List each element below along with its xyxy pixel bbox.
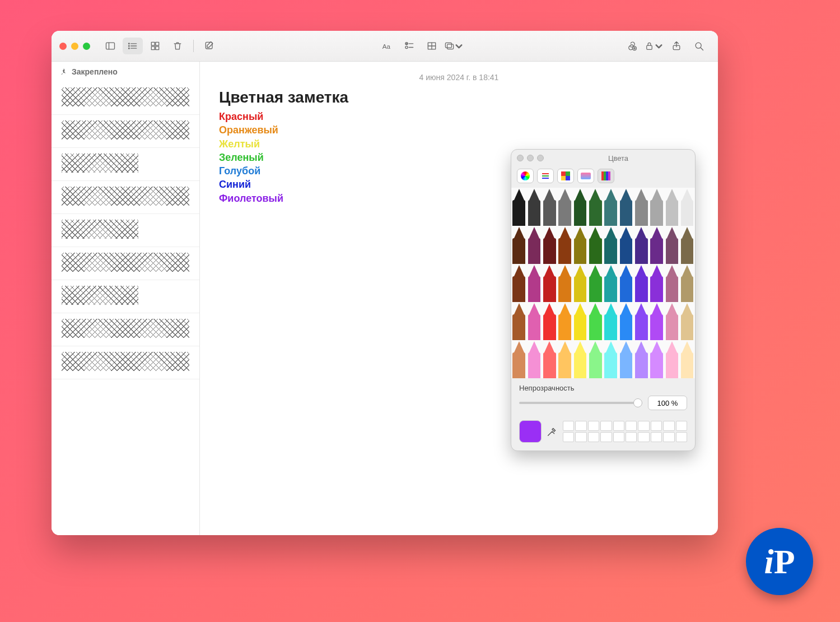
swatch-cell[interactable] xyxy=(638,432,649,442)
picker-tab-pencils[interactable] xyxy=(598,169,614,183)
pencil-color[interactable] xyxy=(542,188,557,226)
link-button[interactable] xyxy=(622,38,642,54)
pencil-color[interactable] xyxy=(664,340,679,378)
media-button[interactable] xyxy=(444,38,464,54)
pencil-color[interactable] xyxy=(588,188,603,226)
checklist-button[interactable] xyxy=(399,38,419,54)
pencil-color[interactable] xyxy=(557,188,572,226)
pencil-color[interactable] xyxy=(572,264,587,302)
picker-minimize-button[interactable] xyxy=(527,155,534,161)
swatch-cell[interactable] xyxy=(563,432,574,442)
swatch-cell[interactable] xyxy=(588,432,599,442)
swatch-cell[interactable] xyxy=(626,432,637,442)
pencil-color[interactable] xyxy=(603,340,618,378)
format-button[interactable]: Aa xyxy=(377,38,397,54)
pencil-color[interactable] xyxy=(664,264,679,302)
picker-zoom-button[interactable] xyxy=(537,155,544,161)
search-button[interactable] xyxy=(689,38,709,54)
sidebar-toggle-button[interactable] xyxy=(100,38,120,54)
pencil-color[interactable] xyxy=(649,226,664,264)
pencil-color[interactable] xyxy=(511,188,526,226)
pencil-color[interactable] xyxy=(511,302,526,340)
pencil-color[interactable] xyxy=(618,264,633,302)
pencil-color[interactable] xyxy=(649,188,664,226)
share-button[interactable] xyxy=(666,38,687,54)
pencil-color[interactable] xyxy=(511,226,526,264)
note-line[interactable]: Оранжевый xyxy=(219,123,699,137)
pencil-color[interactable] xyxy=(603,264,618,302)
minimize-window-button[interactable] xyxy=(71,43,78,50)
pencil-color[interactable] xyxy=(634,264,649,302)
pencil-color[interactable] xyxy=(557,302,572,340)
swatch-cell[interactable] xyxy=(638,421,649,431)
pencil-color[interactable] xyxy=(542,226,557,264)
note-line[interactable]: Красный xyxy=(219,110,699,123)
picker-close-button[interactable] xyxy=(517,155,524,161)
pencil-color[interactable] xyxy=(588,264,603,302)
pencil-color[interactable] xyxy=(572,226,587,264)
pencil-color[interactable] xyxy=(649,264,664,302)
pencil-color[interactable] xyxy=(542,302,557,340)
pencil-color[interactable] xyxy=(526,188,542,226)
pencil-color[interactable] xyxy=(680,226,695,264)
table-button[interactable] xyxy=(422,38,442,54)
pencil-color[interactable] xyxy=(511,340,526,378)
pencil-color[interactable] xyxy=(572,188,587,226)
pencil-color[interactable] xyxy=(618,340,633,378)
pencil-color[interactable] xyxy=(588,340,603,378)
pencil-color[interactable] xyxy=(542,264,557,302)
pencil-color[interactable] xyxy=(557,264,572,302)
swatch-cell[interactable] xyxy=(613,432,624,442)
pencil-color[interactable] xyxy=(526,340,542,378)
swatch-cell[interactable] xyxy=(676,432,687,442)
list-item[interactable] xyxy=(52,214,199,247)
swatch-cell[interactable] xyxy=(563,421,574,431)
gallery-view-button[interactable] xyxy=(145,38,165,54)
pencil-color[interactable] xyxy=(618,188,633,226)
delete-button[interactable] xyxy=(167,38,188,54)
swatch-cell[interactable] xyxy=(575,421,586,431)
note-editor[interactable]: 4 июня 2024 г. в 18:41 Цветная заметка К… xyxy=(200,62,718,535)
close-window-button[interactable] xyxy=(59,43,67,50)
zoom-window-button[interactable] xyxy=(83,43,90,50)
eyedropper-icon[interactable] xyxy=(546,425,558,438)
list-item[interactable] xyxy=(52,148,199,181)
pencil-color[interactable] xyxy=(680,340,695,378)
swatch-cell[interactable] xyxy=(626,421,637,431)
pencil-color[interactable] xyxy=(649,340,664,378)
note-title[interactable]: Цветная заметка xyxy=(219,89,699,106)
swatch-cell[interactable] xyxy=(613,421,624,431)
pencil-color[interactable] xyxy=(526,226,542,264)
pencil-color[interactable] xyxy=(572,302,587,340)
pencil-color[interactable] xyxy=(634,340,649,378)
swatch-cell[interactable] xyxy=(651,421,662,431)
pencil-color[interactable] xyxy=(680,188,695,226)
swatch-cell[interactable] xyxy=(651,432,662,442)
swatch-cell[interactable] xyxy=(600,421,612,431)
picker-tab-image[interactable] xyxy=(577,169,594,183)
pencil-color[interactable] xyxy=(649,302,664,340)
slider-thumb[interactable] xyxy=(633,398,642,407)
opacity-value[interactable]: 100 % xyxy=(648,396,687,410)
pencil-color[interactable] xyxy=(603,226,618,264)
list-item[interactable] xyxy=(52,247,199,280)
pencil-color[interactable] xyxy=(634,188,649,226)
pencil-color[interactable] xyxy=(572,340,587,378)
picker-tab-palettes[interactable] xyxy=(557,169,574,183)
list-view-button[interactable] xyxy=(123,38,143,54)
pencil-color[interactable] xyxy=(588,302,603,340)
pencil-color[interactable] xyxy=(588,226,603,264)
list-item[interactable] xyxy=(52,313,199,346)
swatch-cell[interactable] xyxy=(663,432,674,442)
pencil-color[interactable] xyxy=(542,340,557,378)
swatch-cell[interactable] xyxy=(588,421,599,431)
selected-color-swatch[interactable] xyxy=(519,420,542,443)
list-item[interactable] xyxy=(52,115,199,148)
swatch-cell[interactable] xyxy=(600,432,612,442)
opacity-slider[interactable] xyxy=(519,402,642,404)
pencil-color[interactable] xyxy=(664,226,679,264)
list-item[interactable] xyxy=(52,82,199,115)
pencil-color[interactable] xyxy=(634,226,649,264)
list-item[interactable] xyxy=(52,280,199,313)
pencil-color[interactable] xyxy=(664,188,679,226)
